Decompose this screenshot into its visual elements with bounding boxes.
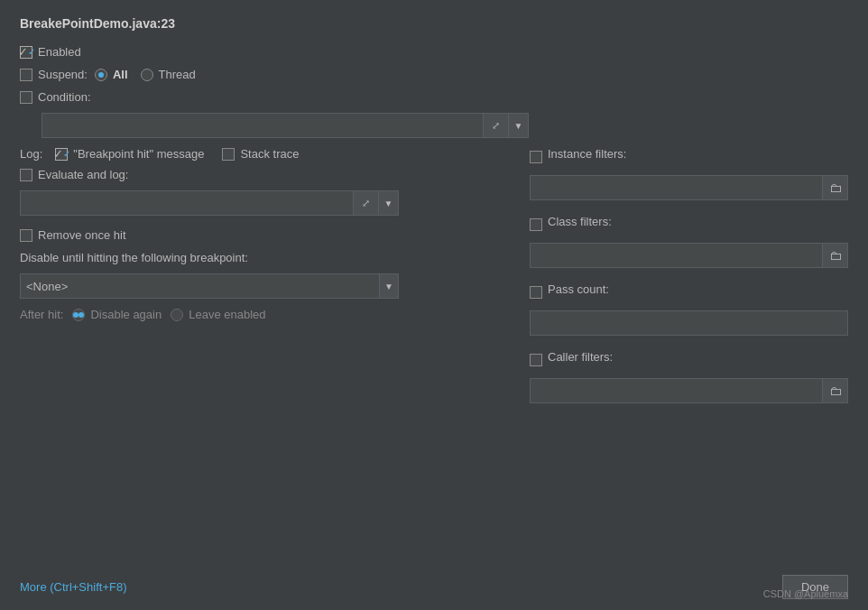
suspend-label: Suspend:	[38, 68, 88, 81]
pass-count-label: Pass count:	[548, 282, 609, 296]
instance-filters-section: Instance filters: 🗀	[530, 147, 848, 200]
none-dropdown-wrap: <None> ▼	[20, 273, 399, 299]
remove-once-hit-row: Remove once hit	[20, 228, 512, 242]
instance-filters-folder-icon: 🗀	[829, 180, 842, 195]
watermark: CSDN @Apluemxa	[763, 588, 848, 599]
instance-filters-checkbox[interactable]	[530, 151, 542, 163]
disable-again-radio-wrap[interactable]: Disable again	[72, 308, 162, 321]
evaluate-input-wrap: ⤢ ▼	[20, 190, 399, 216]
none-dropdown-arrow-icon: ▼	[384, 282, 393, 291]
condition-dropdown-icon: ▼	[514, 121, 523, 131]
stack-trace-label: Stack trace	[240, 147, 299, 161]
enabled-label: Enabled	[38, 45, 81, 59]
class-filters-checkbox-wrap[interactable]: Class filters:	[530, 215, 612, 234]
evaluate-input-row: ⤢ ▼	[20, 190, 512, 216]
disable-again-radio-dot	[73, 312, 78, 318]
class-filters-checkbox[interactable]	[530, 218, 542, 231]
more-link[interactable]: More (Ctrl+Shift+F8)	[20, 580, 126, 594]
caller-filters-input[interactable]	[530, 378, 823, 403]
evaluate-expand-icon: ⤢	[362, 198, 370, 209]
evaluate-log-input[interactable]	[20, 190, 354, 216]
instance-filters-input[interactable]	[530, 175, 823, 200]
disable-until-row: Disable until hitting the following brea…	[20, 251, 512, 264]
caller-filters-checkbox[interactable]	[530, 354, 542, 366]
evaluate-log-checkbox-wrap[interactable]: Evaluate and log:	[20, 168, 128, 181]
caller-filters-input-wrap: 🗀	[530, 378, 848, 403]
breakpoint-hit-checkbox-wrap[interactable]: ✓ "Breakpoint hit" message	[55, 147, 204, 161]
pass-count-checkbox-wrap[interactable]: Pass count:	[530, 282, 609, 301]
stack-trace-checkbox-wrap[interactable]: Stack trace	[222, 147, 299, 161]
disable-again-radio[interactable]	[72, 309, 85, 321]
class-filters-label: Class filters:	[548, 215, 612, 228]
after-hit-row: After hit: Disable again Leave enabled	[20, 308, 512, 321]
remove-once-hit-checkbox[interactable]	[20, 229, 32, 242]
evaluate-dropdown-icon: ▼	[384, 199, 393, 208]
evaluate-dropdown-btn[interactable]: ▼	[379, 190, 399, 216]
evaluate-log-row: Evaluate and log:	[20, 168, 512, 181]
disable-again-label: Disable again	[90, 308, 162, 321]
class-filters-label-row: Class filters:	[530, 215, 848, 234]
thread-radio[interactable]	[141, 69, 153, 81]
leave-enabled-label: Leave enabled	[189, 308, 265, 321]
condition-checkbox-wrap[interactable]: Condition:	[20, 90, 91, 104]
condition-input[interactable]	[42, 113, 484, 138]
caller-filters-folder-btn[interactable]: 🗀	[823, 378, 848, 403]
breakpoint-hit-label: "Breakpoint hit" message	[73, 147, 204, 161]
all-radio-wrap[interactable]: All	[95, 68, 128, 81]
breakpoint-hit-checkmark: ✓	[53, 147, 63, 161]
suspend-checkbox-wrap[interactable]: Suspend:	[20, 68, 88, 81]
condition-expand-btn[interactable]: ⤢	[484, 113, 509, 138]
caller-filters-section: Caller filters: 🗀	[530, 350, 848, 403]
condition-dropdown-btn[interactable]: ▼	[509, 113, 529, 138]
log-label: Log:	[20, 147, 42, 161]
leave-enabled-radio[interactable]	[171, 309, 183, 321]
none-dropdown-display[interactable]: <None>	[20, 273, 379, 299]
thread-radio-label: Thread	[159, 68, 196, 81]
disable-until-label: Disable until hitting the following brea…	[20, 251, 248, 264]
caller-filters-checkbox-wrap[interactable]: Caller filters:	[530, 350, 613, 369]
none-dropdown-arrow[interactable]: ▼	[379, 273, 399, 299]
right-panel: Instance filters: 🗀 Class filters:	[530, 147, 848, 418]
thread-radio-wrap[interactable]: Thread	[141, 68, 196, 81]
log-row: Log: ✓ "Breakpoint hit" message Stack tr…	[20, 147, 512, 161]
evaluate-log-checkbox[interactable]	[20, 169, 32, 181]
left-panel: Log: ✓ "Breakpoint hit" message Stack tr…	[20, 147, 512, 418]
pass-count-section: Pass count:	[530, 282, 848, 336]
class-filters-section: Class filters: 🗀	[530, 215, 848, 268]
class-filters-input-wrap: 🗀	[530, 243, 848, 268]
dialog-title: BreakePointDemo.java:23	[20, 16, 848, 31]
remove-once-hit-checkbox-wrap[interactable]: Remove once hit	[20, 228, 126, 242]
instance-filters-checkbox-wrap[interactable]: Instance filters:	[530, 147, 626, 166]
after-hit-label: After hit:	[20, 308, 63, 321]
instance-filters-label: Instance filters:	[548, 147, 626, 161]
class-filters-folder-btn[interactable]: 🗀	[823, 243, 848, 268]
condition-checkbox[interactable]	[20, 91, 32, 104]
pass-count-input-wrap	[530, 310, 848, 336]
caller-filters-label: Caller filters:	[548, 350, 613, 364]
condition-input-wrap: ⤢ ▼	[42, 113, 529, 138]
evaluate-log-label: Evaluate and log:	[38, 168, 128, 181]
breakpoint-hit-checkbox[interactable]: ✓	[55, 148, 68, 161]
condition-row: Condition:	[20, 90, 848, 104]
remove-once-hit-label: Remove once hit	[38, 228, 126, 242]
enabled-checkbox-wrap[interactable]: ✓ Enabled	[20, 45, 81, 59]
instance-filters-input-wrap: 🗀	[530, 175, 848, 200]
leave-enabled-radio-wrap[interactable]: Leave enabled	[171, 308, 265, 321]
condition-label: Condition:	[38, 90, 91, 104]
pass-count-input[interactable]	[530, 310, 848, 336]
all-radio[interactable]	[95, 69, 107, 81]
evaluate-expand-btn[interactable]: ⤢	[354, 190, 379, 216]
class-filters-input[interactable]	[530, 243, 823, 268]
breakpoint-dialog: BreakePointDemo.java:23 ✓ Enabled Suspen…	[0, 0, 868, 610]
pass-count-checkbox[interactable]	[530, 286, 542, 299]
enabled-checkbox[interactable]: ✓	[20, 46, 32, 59]
instance-filters-folder-btn[interactable]: 🗀	[823, 175, 848, 200]
suspend-checkbox[interactable]	[20, 69, 32, 81]
all-radio-label: All	[113, 68, 128, 81]
instance-filters-label-row: Instance filters:	[530, 147, 848, 166]
class-filters-folder-icon: 🗀	[829, 248, 842, 263]
bottom-bar: More (Ctrl+Shift+F8) Done	[0, 566, 868, 610]
caller-filters-folder-icon: 🗀	[829, 384, 842, 398]
stack-trace-checkbox[interactable]	[222, 148, 235, 161]
suspend-row: Suspend: All Thread	[20, 68, 848, 81]
